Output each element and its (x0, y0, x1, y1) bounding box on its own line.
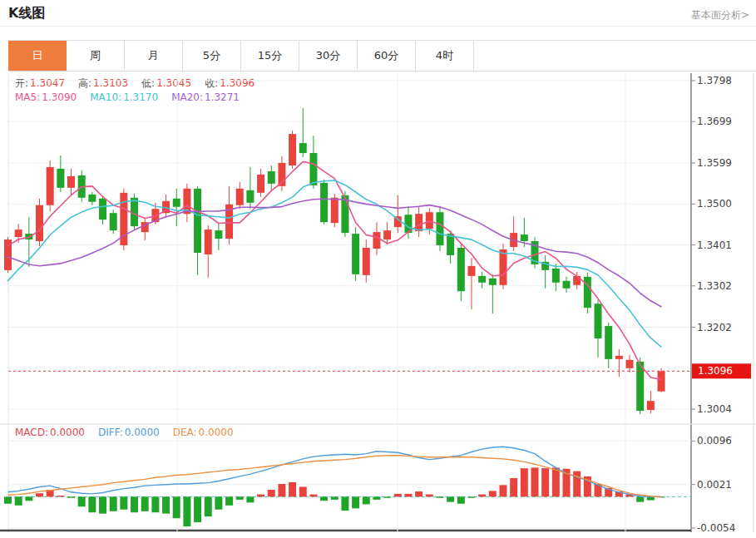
macd-axis-label: -0.0054 (697, 522, 735, 534)
price-axis-label: 1.3500 (697, 198, 732, 210)
main-chart-plot[interactable] (8, 73, 691, 422)
price-axis-label: 1.3401 (697, 239, 732, 251)
macd-plot[interactable] (8, 424, 691, 532)
macd-axis-label: 0.0021 (697, 479, 732, 491)
price-axis-label: 1.3202 (697, 322, 732, 333)
price-axis-label: 1.3798 (697, 75, 732, 86)
kline-widget: K线图 基本面分析> 日周月5分15分30分60分4时 开:1.3047高:1.… (0, 0, 756, 538)
macd-axis-label: 0.0096 (697, 435, 732, 447)
current-price-tag-label: 1.3096 (698, 365, 733, 377)
price-axis-label: 1.3302 (697, 280, 732, 292)
price-axis-label: 1.3004 (697, 403, 732, 415)
price-axis-label: 1.3699 (697, 116, 732, 127)
chart-canvas: 1.37981.36991.35991.35001.34011.33021.32… (0, 0, 756, 538)
price-axis-label: 1.3599 (697, 157, 732, 169)
